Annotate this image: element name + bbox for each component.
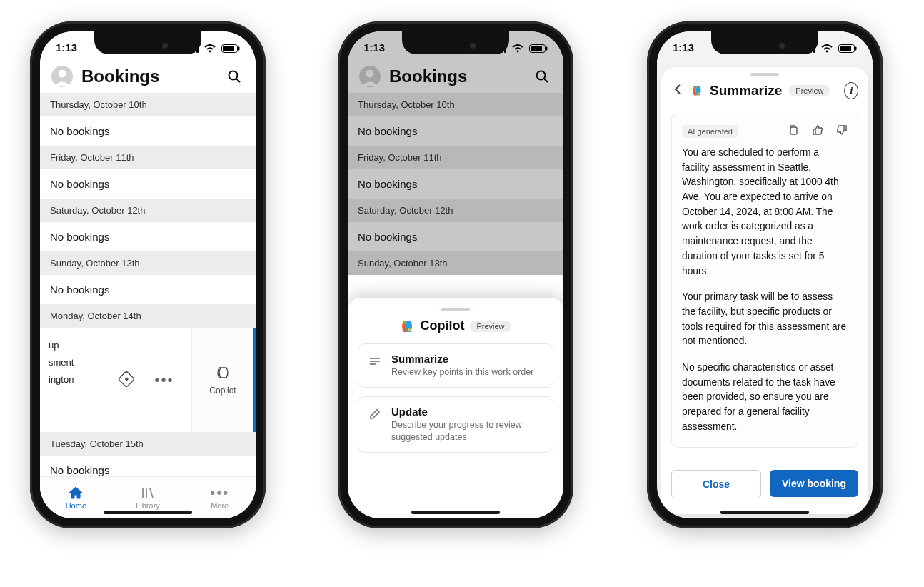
avatar[interactable]	[359, 66, 381, 87]
summarize-title: Summarize	[710, 83, 782, 99]
chevron-left-icon	[671, 83, 684, 96]
header: Bookings	[348, 63, 563, 93]
summary-para-3: No specific characteristics or asset doc…	[682, 361, 848, 434]
swipe-secondary-actions: •••	[101, 328, 191, 432]
status-time: 1:13	[56, 41, 77, 54]
wifi-icon	[204, 44, 216, 53]
copilot-icon	[215, 365, 231, 381]
search-button[interactable]	[224, 66, 244, 86]
directions-button[interactable]	[119, 371, 134, 389]
svg-rect-6	[223, 46, 234, 51]
status-button[interactable]: Status	[253, 328, 256, 432]
home-indicator[interactable]	[720, 511, 809, 514]
thumbs-down-icon	[836, 124, 848, 136]
list-item: No bookings	[348, 116, 563, 146]
library-icon	[140, 486, 156, 500]
battery-icon	[221, 44, 240, 53]
nav-home[interactable]: Home	[40, 477, 112, 518]
home-icon	[68, 486, 84, 500]
search-icon	[535, 69, 549, 84]
update-card[interactable]: Update Describe your progress to review …	[358, 396, 553, 453]
summarize-title: Summarize	[391, 353, 543, 365]
directions-icon	[119, 371, 134, 387]
svg-rect-39	[855, 46, 857, 50]
nav-library-label: Library	[136, 501, 160, 510]
thumbs-down-button[interactable]	[836, 124, 848, 139]
view-booking-button[interactable]: View booking	[770, 470, 858, 497]
summary-para-1: You are scheduled to perform a facility …	[682, 146, 848, 279]
phone-frame-3: 1:13 Summarize Preview i AI g	[647, 21, 883, 528]
status-time: 1:13	[673, 41, 694, 54]
date-header: Friday, October 11th	[40, 146, 256, 169]
preview-badge: Preview	[789, 85, 830, 96]
copilot-sheet[interactable]: Copilot Preview Summarize Review key poi…	[348, 298, 563, 518]
home-indicator[interactable]	[104, 511, 192, 514]
svg-point-20	[516, 50, 518, 52]
sheet-grabber[interactable]	[441, 308, 470, 311]
list-item: No bookings	[40, 222, 256, 251]
avatar-icon	[51, 66, 73, 87]
notch	[94, 31, 201, 54]
header: Bookings	[40, 63, 256, 93]
summarize-sheet: Summarize Preview i AI generated	[661, 67, 868, 514]
sheet-header: Summarize Preview i	[661, 79, 868, 106]
summary-para-2: Your primary task will be to assess the …	[682, 290, 848, 349]
back-button[interactable]	[671, 83, 684, 99]
svg-rect-7	[238, 46, 240, 50]
sheet-header: Copilot Preview	[358, 318, 553, 333]
copilot-button[interactable]: Copilot	[191, 328, 253, 432]
swipe-actions-row[interactable]: up sment ington ••• Copilot	[40, 328, 256, 432]
summarize-card[interactable]: Summarize Review key points in this work…	[358, 343, 553, 388]
sheet-title: Copilot	[420, 318, 464, 333]
svg-line-10	[236, 79, 240, 82]
list-item: No bookings	[348, 222, 563, 251]
svg-rect-22	[531, 46, 542, 51]
bookings-list[interactable]: Thursday, October 10th No bookings Frida…	[40, 93, 256, 518]
list-item: No bookings	[348, 169, 563, 199]
wifi-icon	[821, 44, 833, 53]
battery-icon	[838, 44, 857, 53]
close-label: Close	[703, 478, 730, 490]
copy-button[interactable]	[788, 124, 799, 139]
date-header: Thursday, October 10th	[348, 93, 563, 116]
date-header: Monday, October 14th	[40, 304, 256, 328]
svg-point-27	[403, 321, 406, 324]
date-header: Sunday, October 13th	[40, 251, 256, 275]
preview-badge: Preview	[470, 321, 511, 332]
notch	[402, 31, 509, 54]
avatar-icon	[359, 66, 381, 87]
more-actions-button[interactable]: •••	[154, 373, 174, 387]
home-indicator[interactable]	[411, 511, 500, 514]
status-time: 1:13	[363, 41, 385, 54]
list-item: No bookings	[40, 275, 256, 304]
date-header: Tuesday, October 15th	[40, 432, 256, 456]
svg-point-25	[537, 71, 546, 80]
copilot-label: Copilot	[209, 386, 236, 396]
booking-peek: up sment ington	[49, 333, 74, 391]
svg-point-41	[698, 92, 700, 94]
nav-more[interactable]: ••• More	[184, 477, 256, 518]
sheet-grabber[interactable]	[750, 73, 779, 76]
svg-point-40	[694, 86, 696, 89]
copilot-logo-icon	[400, 319, 414, 333]
date-header: Saturday, October 12th	[348, 199, 563, 222]
date-header: Thursday, October 10th	[40, 93, 256, 116]
svg-line-15	[150, 488, 153, 498]
svg-point-4	[209, 50, 211, 52]
info-button[interactable]: i	[844, 82, 858, 99]
page-title: Bookings	[389, 66, 523, 86]
date-header: Sunday, October 13th	[348, 251, 563, 275]
svg-point-9	[229, 71, 238, 80]
search-button[interactable]	[532, 66, 552, 86]
svg-line-26	[544, 79, 548, 82]
svg-rect-23	[546, 46, 548, 50]
battery-icon	[529, 44, 548, 53]
more-icon: •••	[210, 486, 229, 500]
copilot-logo-icon	[691, 84, 703, 98]
thumbs-up-button[interactable]	[812, 124, 823, 139]
nav-home-label: Home	[66, 501, 86, 510]
close-button[interactable]: Close	[671, 470, 761, 498]
page-title: Bookings	[81, 66, 216, 86]
avatar[interactable]	[51, 66, 73, 87]
ai-panel: AI generated You are scheduled to perf	[671, 114, 858, 448]
